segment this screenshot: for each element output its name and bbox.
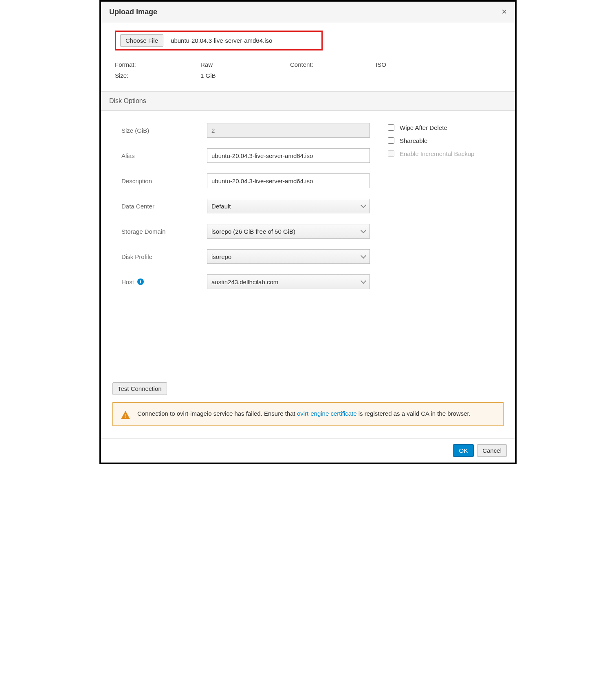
file-section: Choose File ubuntu-20.04.3-live-server-a… — [101, 22, 515, 91]
alias-input[interactable] — [207, 148, 370, 163]
info-icon[interactable]: i — [137, 279, 144, 285]
disk-profile-label: Disk Profile — [121, 253, 207, 260]
disk-options-header: Disk Options — [101, 91, 515, 111]
checkbox-group: Wipe After Delete Shareable Enable Incre… — [386, 123, 495, 162]
data-center-label: Data Center — [121, 203, 207, 210]
cancel-button[interactable]: Cancel — [477, 444, 507, 457]
file-info-grid: Format: Raw Content: ISO Size: 1 GiB — [115, 61, 501, 79]
storage-domain-select[interactable]: isorepo (26 GiB free of 50 GiB) — [207, 224, 370, 239]
dialog-footer: OK Cancel — [101, 438, 515, 463]
shareable-input[interactable] — [388, 137, 394, 144]
upload-image-dialog: Upload Image × Choose File ubuntu-20.04.… — [99, 0, 517, 464]
ok-button[interactable]: OK — [453, 444, 474, 457]
test-connection-button[interactable]: Test Connection — [112, 382, 167, 395]
certificate-link[interactable]: ovirt-engine certificate — [297, 410, 357, 417]
connection-alert: Connection to ovirt-imageio service has … — [112, 402, 504, 426]
wipe-after-delete-checkbox[interactable]: Wipe After Delete — [386, 123, 495, 132]
description-input[interactable] — [207, 173, 370, 188]
storage-domain-label: Storage Domain — [121, 228, 207, 235]
host-label-row: Host i — [121, 279, 207, 285]
size-gib-input — [207, 123, 370, 138]
close-icon[interactable]: × — [502, 7, 507, 16]
alias-label: Alias — [121, 152, 207, 159]
test-connection-area: Test Connection Connection to ovirt-imag… — [101, 374, 515, 438]
data-center-select[interactable]: Default — [207, 199, 370, 213]
content-label: Content: — [290, 61, 376, 68]
disk-profile-select[interactable]: isorepo — [207, 249, 370, 264]
choose-file-button[interactable]: Choose File — [120, 34, 163, 47]
incremental-backup-input — [388, 150, 394, 157]
size-value: 1 GiB — [200, 72, 290, 79]
disk-options-form: Size (GiB) Wipe After Delete Shareable E… — [101, 111, 515, 305]
shareable-checkbox[interactable]: Shareable — [386, 136, 495, 145]
selected-filename: ubuntu-20.04.3-live-server-amd64.iso — [171, 37, 272, 44]
host-label: Host — [121, 279, 134, 285]
incremental-backup-checkbox: Enable Incremental Backup — [386, 149, 495, 158]
description-label: Description — [121, 178, 207, 184]
host-select[interactable]: austin243.dellhcilab.com — [207, 274, 370, 289]
format-value: Raw — [200, 61, 290, 68]
dialog-title: Upload Image — [109, 8, 157, 16]
wipe-after-delete-input[interactable] — [388, 124, 394, 131]
size-label: Size: — [115, 72, 200, 79]
format-label: Format: — [115, 61, 200, 68]
size-gib-label: Size (GiB) — [121, 127, 207, 134]
content-value: ISO — [376, 61, 457, 68]
alert-message: Connection to ovirt-imageio service has … — [137, 409, 471, 419]
warning-icon — [121, 411, 130, 419]
file-chooser-row: Choose File ubuntu-20.04.3-live-server-a… — [115, 31, 323, 50]
dialog-header: Upload Image × — [101, 2, 515, 22]
